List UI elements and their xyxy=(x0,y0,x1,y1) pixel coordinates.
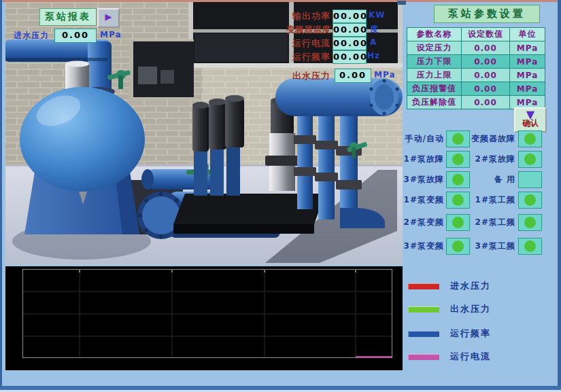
outlet-pressure-unit: MPa xyxy=(374,70,396,79)
status-lamp-box xyxy=(446,192,470,209)
status-lamp-box xyxy=(518,214,542,231)
status-lamp-box xyxy=(446,171,470,188)
status-lamp-box xyxy=(518,130,542,147)
output-power-unit: KW xyxy=(369,10,386,20)
run-frequency-unit: Hz xyxy=(367,51,380,60)
param-unit: MPa xyxy=(510,82,545,95)
run-current-unit: A xyxy=(370,37,377,47)
window-border-right xyxy=(558,0,561,392)
status-label: 2#泵工频 xyxy=(469,217,515,228)
param-name: 负压报警值 xyxy=(407,82,461,95)
scene-scroll-nub xyxy=(397,1,406,5)
param-name: 负压解除值 xyxy=(407,96,461,109)
status-label: 2#泵故障 xyxy=(469,154,515,165)
output-power-label: 输出功率 xyxy=(276,10,330,22)
status-lamp xyxy=(452,194,464,206)
status-label: 变频器故障 xyxy=(469,133,515,145)
legend-swatch-frequency xyxy=(408,331,439,337)
param-unit: MPa xyxy=(510,55,545,68)
status-lamp xyxy=(524,154,536,165)
legend-label-current: 运行电流 xyxy=(450,351,491,363)
status-lamp xyxy=(452,240,464,252)
status-label: 1#泵工频 xyxy=(469,194,515,206)
status-lamp-box xyxy=(518,238,542,255)
inlet-pressure-label: 进水压力 xyxy=(14,30,49,41)
outlet-manifold xyxy=(275,78,403,116)
status-lamp xyxy=(452,174,464,185)
play-icon: ▶ xyxy=(105,12,112,22)
run-current-label: 运行电流 xyxy=(276,37,330,50)
run-current-value: 00.00 xyxy=(333,37,367,50)
legend-label-outlet: 出水压力 xyxy=(450,303,491,315)
status-lamp xyxy=(524,240,536,252)
inverter-temp-value: 00.00 xyxy=(333,23,367,37)
inlet-pressure-unit: MPa xyxy=(100,30,122,39)
side-window xyxy=(129,39,194,101)
param-name: 压力下限 xyxy=(407,55,461,68)
param-value[interactable]: 0.00 xyxy=(462,41,509,54)
inverter-temp-unit: 度 xyxy=(370,24,379,35)
report-arrow-button[interactable]: ▶ xyxy=(97,8,120,28)
status-lamp xyxy=(452,154,464,165)
status-lamp-box xyxy=(446,151,470,168)
outlet-pressure-label: 出水压力 xyxy=(276,70,330,82)
status-lamp xyxy=(524,194,536,206)
param-unit: MPa xyxy=(510,69,545,82)
window-border-left xyxy=(0,0,2,392)
param-value[interactable]: 0.00 xyxy=(462,96,509,109)
param-name: 设定压力 xyxy=(407,41,461,54)
parameter-table: 参数名称 设定数值 单位 设定压力 0.00 MPa 压力下限 0.00 MPa… xyxy=(407,27,545,109)
status-lamp xyxy=(524,217,536,228)
confirm-label: 确认 xyxy=(522,118,539,129)
parameter-panel-title: 泵站参数设置 xyxy=(434,5,540,23)
outlet-pressure-value: 0.00 xyxy=(335,69,371,83)
status-lamp xyxy=(524,133,536,145)
status-lamp-box xyxy=(446,214,470,231)
param-value[interactable]: 0.00 xyxy=(462,69,509,82)
param-value[interactable]: 0.00 xyxy=(462,55,509,68)
run-frequency-label: 运行频率 xyxy=(276,51,330,63)
status-label: 1#泵变频 xyxy=(403,194,444,206)
status-lamp xyxy=(452,217,464,228)
status-lamp xyxy=(524,174,536,185)
trend-chart-plot xyxy=(5,266,403,370)
inverter-temp-label: 变频器温度 xyxy=(276,24,330,36)
param-name: 压力上限 xyxy=(407,69,461,82)
output-power-value: 00.00 xyxy=(333,10,367,23)
run-frequency-value: 00.00 xyxy=(333,50,367,64)
legend-label-inlet: 进水压力 xyxy=(450,280,491,292)
status-lamp-box xyxy=(518,192,542,209)
col-header-unit: 单位 xyxy=(510,28,545,41)
status-label: 3#泵变频 xyxy=(403,240,444,252)
status-lamp xyxy=(452,133,464,145)
status-label: 手动/自动 xyxy=(403,133,444,145)
report-button[interactable]: 泵站报表 xyxy=(39,8,97,26)
status-label: 3#泵故障 xyxy=(403,174,444,185)
col-header-name: 参数名称 xyxy=(407,28,461,41)
pump-station-3d-scene: 泵站报表 ▶ 进水压力 0.00 MPa 输出功率 00.00 KW 变频器温度… xyxy=(5,2,403,265)
trend-chart xyxy=(5,266,403,370)
status-label: 2#泵变频 xyxy=(403,217,444,228)
legend-swatch-inlet xyxy=(408,283,439,289)
col-header-value: 设定数值 xyxy=(462,28,509,41)
legend-label-frequency: 运行频率 xyxy=(450,327,491,340)
status-lamp-box xyxy=(446,238,470,255)
status-label: 备 用 xyxy=(469,174,515,185)
status-lamp-box xyxy=(446,130,470,147)
legend-swatch-current xyxy=(408,354,439,360)
legend-swatch-outlet xyxy=(408,306,439,313)
inlet-pressure-value: 0.00 xyxy=(54,29,97,43)
hmi-pump-station-screen: 泵站报表 ▶ 进水压力 0.00 MPa 输出功率 00.00 KW 变频器温度… xyxy=(0,0,561,392)
status-label: 3#泵工频 xyxy=(469,240,515,252)
status-lamp-box xyxy=(518,151,542,168)
status-lamp-box xyxy=(518,171,542,188)
param-unit: MPa xyxy=(510,41,545,54)
confirm-button[interactable]: ▼ 确认 xyxy=(514,107,547,132)
pump-motors xyxy=(192,95,244,196)
param-value[interactable]: 0.00 xyxy=(462,82,509,95)
status-label: 1#泵故障 xyxy=(403,154,444,165)
